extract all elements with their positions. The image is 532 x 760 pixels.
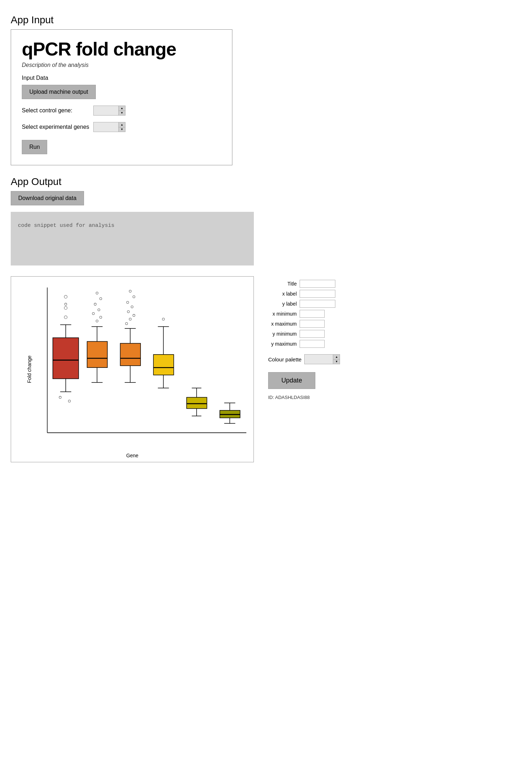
svg-point-17 xyxy=(98,309,100,311)
x-min-label: x minimum xyxy=(268,311,297,317)
svg-point-30 xyxy=(131,306,133,308)
svg-point-29 xyxy=(127,301,129,303)
chart-x-label: Gene xyxy=(126,453,138,458)
input-data-label: Input Data xyxy=(22,75,221,81)
svg-point-31 xyxy=(127,311,129,313)
experimental-genes-up[interactable]: ▲ xyxy=(119,122,125,127)
colour-palette-label: Colour palette xyxy=(268,356,301,362)
control-gene-spinner-buttons: ▲ ▼ xyxy=(118,106,125,115)
svg-point-18 xyxy=(92,312,94,315)
colour-palette-spinner[interactable]: ▲ ▼ xyxy=(304,354,340,364)
svg-point-19 xyxy=(100,316,102,318)
run-button[interactable]: Run xyxy=(22,140,47,154)
x-max-row: x maximum xyxy=(268,320,361,328)
x-max-label: x maximum xyxy=(268,321,297,327)
chart-svg xyxy=(33,284,246,448)
colour-palette-up[interactable]: ▲ xyxy=(333,355,340,360)
svg-point-14 xyxy=(96,292,98,294)
chart-y-label: Fold change xyxy=(26,355,32,383)
upload-btn-row: Upload machine output xyxy=(22,85,221,99)
control-gene-row: Select control gene: ▲ ▼ xyxy=(22,106,221,116)
y-max-label: y maximum xyxy=(268,341,297,347)
download-button[interactable]: Download original data xyxy=(11,191,84,205)
y-max-input[interactable] xyxy=(300,340,325,348)
svg-rect-8 xyxy=(53,338,79,379)
control-gene-value xyxy=(94,106,118,115)
controls-panel: Title x label y label x minimum x maximu… xyxy=(268,276,361,400)
svg-point-2 xyxy=(64,295,67,298)
experimental-genes-value xyxy=(94,122,118,132)
svg-point-5 xyxy=(65,303,67,305)
y-max-row: y maximum xyxy=(268,340,361,348)
colour-palette-value xyxy=(305,355,333,364)
code-snippet-box: code snippet used for analysis xyxy=(11,212,254,265)
update-btn-row: Update xyxy=(268,372,361,389)
svg-rect-44 xyxy=(153,355,174,375)
download-btn-row: Download original data xyxy=(11,191,521,205)
colour-palette-buttons: ▲ ▼ xyxy=(333,355,340,364)
experimental-genes-spinner-buttons: ▲ ▼ xyxy=(118,122,125,132)
control-gene-down[interactable]: ▼ xyxy=(119,111,125,116)
x-label-label: x label xyxy=(268,291,297,297)
experimental-genes-label: Select experimental genes xyxy=(22,124,93,130)
svg-point-33 xyxy=(129,318,131,320)
svg-point-12 xyxy=(59,396,61,398)
code-snippet-text: code snippet used for analysis xyxy=(18,223,114,229)
svg-point-28 xyxy=(133,296,135,298)
svg-point-27 xyxy=(129,290,131,292)
experimental-genes-spinner[interactable]: ▲ ▼ xyxy=(93,122,125,132)
svg-point-34 xyxy=(125,322,128,325)
y-label-row: y label xyxy=(268,300,361,308)
control-gene-spinner[interactable]: ▲ ▼ xyxy=(93,106,125,116)
x-min-row: x minimum xyxy=(268,310,361,318)
app-input-box: qPCR fold change Description of the anal… xyxy=(11,29,232,165)
app-input-title: App Input xyxy=(11,14,521,26)
svg-point-32 xyxy=(133,314,135,316)
app-output-section: App Output Download original data code s… xyxy=(11,176,521,462)
app-title: qPCR fold change xyxy=(22,38,221,60)
colour-palette-row: Colour palette ▲ ▼ xyxy=(268,354,361,364)
experimental-genes-down[interactable]: ▼ xyxy=(119,127,125,132)
control-gene-label: Select control gene: xyxy=(22,107,93,114)
control-gene-up[interactable]: ▲ xyxy=(119,106,125,111)
svg-point-3 xyxy=(64,306,67,309)
svg-rect-37 xyxy=(120,344,141,366)
x-max-input[interactable] xyxy=(300,320,325,328)
title-row: Title xyxy=(268,280,361,288)
svg-point-15 xyxy=(100,298,102,300)
y-label-label: y label xyxy=(268,301,297,307)
colour-palette-down[interactable]: ▼ xyxy=(333,360,340,364)
svg-point-13 xyxy=(68,400,70,402)
svg-point-4 xyxy=(64,316,67,319)
update-button[interactable]: Update xyxy=(268,372,315,389)
chart-section: Fold change Gene xyxy=(11,276,521,462)
svg-point-16 xyxy=(94,303,96,305)
x-min-input[interactable] xyxy=(300,310,325,318)
title-label: Title xyxy=(268,281,297,287)
chart-container: Fold change Gene xyxy=(11,276,254,462)
x-label-input[interactable] xyxy=(300,290,335,298)
title-input[interactable] xyxy=(300,280,335,288)
app-description: Description of the analysis xyxy=(22,62,221,68)
y-label-input[interactable] xyxy=(300,300,335,308)
id-text: ID: ADASHLDASI88 xyxy=(268,395,361,400)
svg-point-41 xyxy=(162,318,164,320)
experimental-genes-row: Select experimental genes ▲ ▼ xyxy=(22,122,221,132)
run-btn-row: Run xyxy=(22,140,221,154)
svg-point-20 xyxy=(96,320,98,322)
y-min-input[interactable] xyxy=(300,330,325,338)
y-min-label: y minimum xyxy=(268,331,297,337)
upload-button[interactable]: Upload machine output xyxy=(22,85,96,99)
y-min-row: y minimum xyxy=(268,330,361,338)
svg-rect-50 xyxy=(187,397,207,408)
svg-rect-23 xyxy=(87,341,108,367)
app-output-title: App Output xyxy=(11,176,521,187)
x-label-row: x label xyxy=(268,290,361,298)
